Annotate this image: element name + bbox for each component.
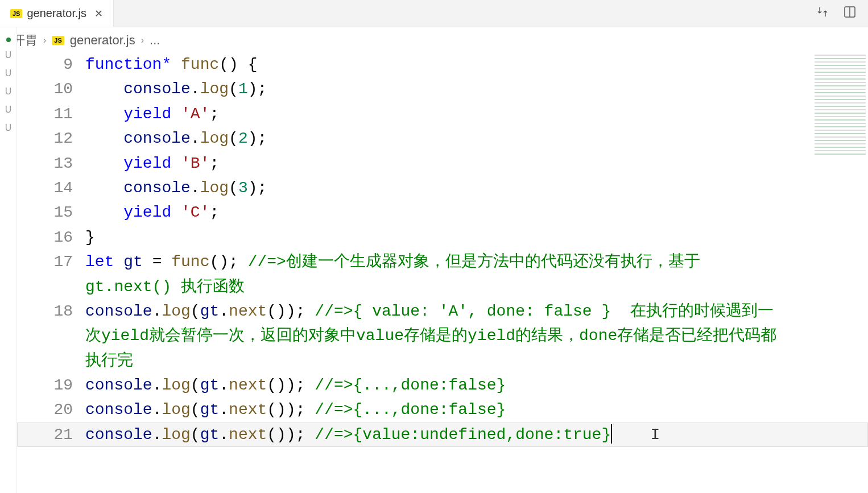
code-token: 'B' bbox=[181, 155, 209, 172]
left-gutter: U U U U U bbox=[0, 27, 17, 493]
code-token: 'C' bbox=[181, 204, 209, 221]
close-icon[interactable]: ✕ bbox=[94, 7, 103, 20]
line-number[interactable]: 21 bbox=[17, 422, 85, 447]
code-token: = bbox=[143, 253, 171, 271]
code-token: ()); bbox=[267, 401, 315, 419]
line-number[interactable]: 18 bbox=[17, 299, 85, 373]
line-content[interactable]: let gt = func(); //=>创建一个生成器对象，但是方法中的代码还… bbox=[85, 250, 868, 299]
code-token: function* bbox=[85, 56, 171, 73]
code-token: console bbox=[123, 179, 191, 197]
code-editor[interactable]: 9function* func() {10 console.log(1);11 … bbox=[17, 52, 868, 493]
code-token: ( bbox=[229, 179, 238, 197]
line-number[interactable]: 12 bbox=[17, 126, 85, 151]
code-token: func bbox=[181, 56, 219, 73]
code-token: console bbox=[85, 376, 152, 394]
git-mark: U bbox=[5, 86, 12, 97]
minimap[interactable] bbox=[815, 52, 866, 155]
top-bar: JS generator.js ✕ bbox=[0, 0, 868, 27]
code-token: //=>{value:undefined,done:true} bbox=[315, 426, 611, 444]
code-token: . bbox=[219, 401, 229, 419]
code-line[interactable]: 14 console.log(3); bbox=[17, 176, 868, 200]
code-token: ; bbox=[209, 105, 219, 123]
code-token: gt bbox=[200, 376, 220, 394]
line-number[interactable]: 9 bbox=[17, 52, 85, 77]
code-token bbox=[85, 105, 123, 123]
line-number[interactable]: 14 bbox=[17, 176, 85, 200]
code-token: ( bbox=[191, 401, 200, 419]
code-token: log bbox=[162, 426, 190, 444]
breadcrumb-filename[interactable]: generator.js bbox=[70, 33, 135, 48]
code-token: ()); bbox=[267, 376, 315, 394]
code-line[interactable]: 18console.log(gt.next()); //=>{ value: '… bbox=[17, 299, 868, 373]
code-line[interactable]: 16} bbox=[17, 225, 868, 250]
code-token: ( bbox=[191, 303, 200, 320]
code-token: let bbox=[85, 253, 114, 271]
code-line[interactable]: 19console.log(gt.next()); //=>{...,done:… bbox=[17, 373, 868, 397]
code-token: yield bbox=[123, 105, 171, 123]
code-token: ); bbox=[248, 80, 267, 98]
line-content[interactable]: yield 'C'; bbox=[85, 200, 868, 225]
compare-changes-icon[interactable] bbox=[816, 5, 829, 22]
code-token: 1 bbox=[238, 80, 248, 98]
code-token: log bbox=[200, 130, 229, 147]
code-token: console bbox=[123, 80, 191, 98]
split-editor-icon[interactable] bbox=[843, 5, 857, 22]
code-line[interactable]: 17let gt = func(); //=>创建一个生成器对象，但是方法中的代… bbox=[17, 250, 868, 299]
code-line[interactable]: 10 console.log(1); bbox=[17, 77, 868, 101]
top-action-icons bbox=[816, 5, 868, 22]
line-number[interactable]: 11 bbox=[17, 102, 85, 126]
code-line[interactable]: 12 console.log(2); bbox=[17, 126, 868, 151]
code-line[interactable]: 20console.log(gt.next()); //=>{...,done:… bbox=[17, 397, 868, 422]
code-token: //=>{...,done:false} bbox=[315, 401, 506, 419]
code-token bbox=[85, 179, 123, 197]
code-token: //=>{...,done:false} bbox=[315, 376, 506, 394]
line-number[interactable]: 19 bbox=[17, 373, 85, 397]
line-content[interactable]: console.log(gt.next()); //=>{ value: 'A'… bbox=[85, 299, 868, 373]
line-number[interactable]: 15 bbox=[17, 200, 85, 225]
line-number[interactable]: 16 bbox=[17, 225, 85, 250]
code-token: 'A' bbox=[181, 105, 209, 123]
line-number[interactable]: 17 bbox=[17, 250, 85, 299]
code-token bbox=[85, 80, 123, 98]
code-token: 3 bbox=[238, 179, 248, 197]
code-token: next bbox=[229, 401, 267, 419]
code-token: ( bbox=[229, 80, 238, 98]
code-token: ()); bbox=[267, 426, 315, 444]
tab-generator-js[interactable]: JS generator.js ✕ bbox=[0, 0, 114, 27]
code-token: . bbox=[219, 426, 229, 444]
git-mark: U bbox=[5, 68, 12, 78]
code-body[interactable]: 9function* func() {10 console.log(1);11 … bbox=[17, 52, 868, 447]
breadcrumb-more[interactable]: ... bbox=[150, 33, 160, 48]
line-number[interactable]: 10 bbox=[17, 77, 85, 101]
code-token: gt bbox=[200, 401, 220, 419]
code-line[interactable]: 11 yield 'A'; bbox=[17, 102, 868, 126]
line-content[interactable]: console.log(3); bbox=[85, 176, 868, 200]
code-token: gt bbox=[200, 426, 220, 444]
line-content[interactable]: yield 'B'; bbox=[85, 151, 868, 176]
code-token bbox=[171, 105, 181, 123]
line-content[interactable]: console.log(gt.next()); //=>{...,done:fa… bbox=[85, 397, 868, 422]
line-content[interactable]: } bbox=[85, 225, 868, 250]
code-token: . bbox=[152, 303, 162, 320]
code-token: console bbox=[85, 401, 152, 419]
line-content[interactable]: yield 'A'; bbox=[85, 102, 868, 126]
code-token: log bbox=[200, 179, 229, 197]
line-content[interactable]: console.log(gt.next()); //=>{...,done:fa… bbox=[85, 373, 868, 397]
code-token: next bbox=[229, 303, 267, 320]
code-token: ( bbox=[229, 130, 238, 147]
code-line[interactable]: 13 yield 'B'; bbox=[17, 151, 868, 176]
line-content[interactable]: console.log(2); bbox=[85, 126, 868, 151]
line-content[interactable]: function* func() { bbox=[85, 52, 868, 77]
line-number[interactable]: 20 bbox=[17, 397, 85, 422]
code-line[interactable]: 9function* func() { bbox=[17, 52, 868, 77]
line-content[interactable]: console.log(gt.next()); //=>{value:undef… bbox=[85, 422, 868, 447]
chevron-right-icon: › bbox=[141, 35, 144, 45]
code-line[interactable]: 15 yield 'C'; bbox=[17, 200, 868, 225]
code-token: ); bbox=[248, 130, 267, 147]
code-token: . bbox=[152, 376, 162, 394]
code-token: gt bbox=[123, 253, 143, 271]
code-line[interactable]: 21console.log(gt.next()); //=>{value:und… bbox=[17, 422, 868, 447]
line-number[interactable]: 13 bbox=[17, 151, 85, 176]
line-content[interactable]: console.log(1); bbox=[85, 77, 868, 101]
js-file-icon: JS bbox=[10, 9, 22, 18]
